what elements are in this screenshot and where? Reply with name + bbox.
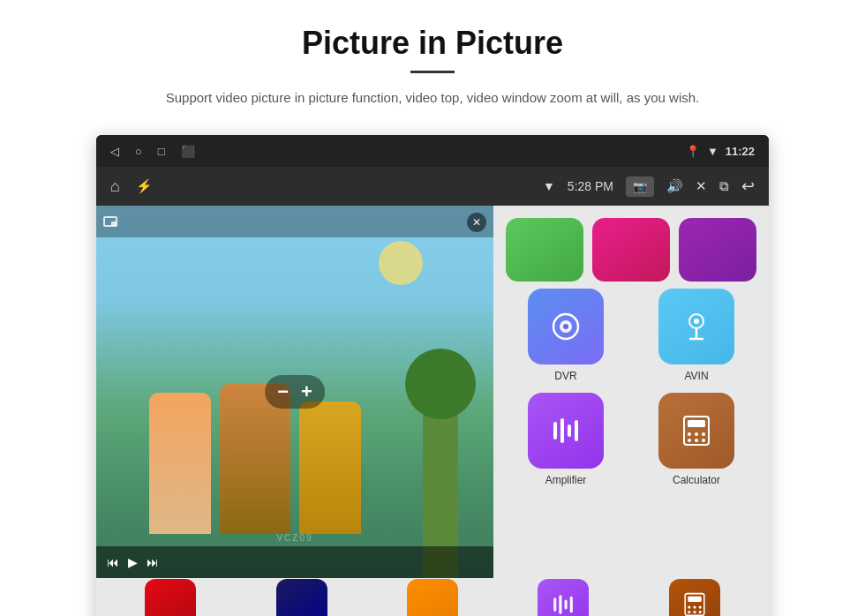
- svg-rect-7: [553, 422, 557, 439]
- rewind-btn[interactable]: ⏮: [107, 555, 119, 569]
- page-title: Picture in Picture: [35, 25, 830, 62]
- svg-rect-22: [570, 597, 573, 613]
- dvr-label: DVR: [554, 370, 576, 382]
- close-x-icon[interactable]: ✕: [696, 178, 707, 194]
- top-partial-apps: [506, 218, 756, 282]
- calculator-app[interactable]: Calculator: [636, 393, 756, 486]
- svg-rect-19: [554, 597, 557, 611]
- svg-point-13: [688, 432, 691, 436]
- status-bar-right: 📍 ▼ 11:22: [686, 145, 755, 158]
- calculator2-app-bottom[interactable]: Calculator: [646, 579, 743, 616]
- siriusxm-bottom-icon: [276, 579, 327, 616]
- app-partial-green[interactable]: [506, 218, 583, 282]
- calculator-label: Calculator: [673, 474, 720, 486]
- pip-controls-bar: [96, 206, 493, 237]
- playback-bar: ⏮ ▶ ⏭: [96, 546, 493, 578]
- wheelkey-bottom-icon: [407, 579, 458, 616]
- svg-point-29: [693, 611, 696, 613]
- calculator-icon: [658, 393, 734, 469]
- app-partial-pink[interactable]: [592, 218, 670, 282]
- status-bar: ◁ ○ □ ⬛ 📍 ▼ 11:22: [96, 135, 769, 167]
- svg-point-26: [693, 606, 696, 609]
- siriusxm-app-bottom[interactable]: SiriusXM: [253, 579, 350, 616]
- netflix-bottom-icon: [145, 579, 196, 616]
- svg-point-4: [694, 319, 699, 324]
- status-time: 11:22: [726, 145, 755, 158]
- recents-nav-icon[interactable]: □: [158, 145, 165, 158]
- svg-point-16: [688, 439, 691, 442]
- svg-rect-12: [688, 420, 705, 427]
- appbar-time: 5:28 PM: [568, 179, 613, 193]
- dvr-icon: [528, 289, 604, 364]
- app-grid: DVR AVIN: [493, 206, 769, 578]
- watermark: VCZ09: [276, 533, 312, 543]
- svg-point-25: [688, 606, 690, 609]
- svg-point-17: [695, 439, 698, 442]
- avin-label: AVIN: [684, 370, 708, 382]
- video-sun: [379, 241, 423, 285]
- wheelkey-app-bottom[interactable]: Wheelkey Study: [384, 579, 481, 616]
- pip-window-icon[interactable]: ⧉: [719, 178, 729, 194]
- netflix-app-bottom[interactable]: Netflix: [122, 579, 219, 616]
- home-nav-icon[interactable]: ○: [135, 145, 142, 158]
- screenshot-nav-icon[interactable]: ⬛: [181, 145, 195, 158]
- amplifier2-bottom-icon: [538, 579, 589, 616]
- person-1: [149, 393, 211, 534]
- back-nav-icon[interactable]: ◁: [110, 145, 119, 158]
- svg-point-15: [702, 432, 705, 436]
- dvr-app[interactable]: DVR: [506, 289, 626, 382]
- svg-point-2: [563, 324, 568, 329]
- app-bar-right: ▼ 5:28 PM 📷 🔊 ✕ ⧉ ↩: [543, 177, 755, 197]
- avin-icon: [658, 289, 734, 364]
- video-area[interactable]: − + ✕ ⏮ ▶ ⏭ VCZ09: [96, 206, 493, 578]
- amplifier-icon: [528, 393, 604, 469]
- svg-point-28: [688, 611, 690, 613]
- svg-point-18: [702, 439, 705, 442]
- volume-icon[interactable]: 🔊: [666, 178, 683, 194]
- svg-point-30: [698, 611, 701, 613]
- device-frame: ◁ ○ □ ⬛ 📍 ▼ 11:22 ⌂ ⚡ ▼ 5:28 PM 📷 🔊 ✕ ⧉ …: [96, 135, 769, 616]
- title-divider: [410, 71, 455, 73]
- pip-close-btn[interactable]: ✕: [467, 213, 486, 232]
- main-content: − + ✕ ⏮ ▶ ⏭ VCZ09: [96, 206, 769, 578]
- page-subtitle: Support video picture in picture functio…: [124, 87, 741, 109]
- appbar-back-icon[interactable]: ↩: [741, 177, 755, 196]
- video-foliage: [405, 349, 476, 419]
- pip-center-controls[interactable]: − +: [265, 375, 325, 409]
- usb-icon[interactable]: ⚡: [136, 178, 153, 194]
- page-header: Picture in Picture Support video picture…: [0, 0, 865, 123]
- pip-plus-btn[interactable]: +: [301, 380, 312, 403]
- pip-minus-btn[interactable]: −: [277, 380, 289, 403]
- bottom-apps-row: Netflix SiriusXM Wheelkey Study Amplifie…: [96, 578, 769, 616]
- svg-point-14: [695, 432, 698, 436]
- amplifier2-app-bottom[interactable]: Amplifier: [515, 579, 612, 616]
- signal-icon: ▼: [707, 145, 718, 158]
- calculator2-bottom-icon: [669, 579, 720, 616]
- status-bar-left: ◁ ○ □ ⬛: [110, 145, 195, 158]
- svg-rect-21: [565, 600, 568, 610]
- person-3: [299, 402, 361, 534]
- pip-small-icon: [103, 216, 117, 227]
- app-bar: ⌂ ⚡ ▼ 5:28 PM 📷 🔊 ✕ ⧉ ↩: [96, 167, 769, 206]
- amplifier-label: Amplifier: [545, 474, 587, 486]
- home-icon[interactable]: ⌂: [110, 177, 120, 196]
- svg-point-27: [698, 606, 701, 609]
- camera-icon[interactable]: 📷: [626, 177, 654, 197]
- svg-rect-20: [560, 595, 562, 614]
- app-bar-left: ⌂ ⚡: [110, 177, 153, 196]
- svg-rect-8: [560, 418, 564, 443]
- svg-rect-10: [575, 420, 578, 441]
- amplifier-app[interactable]: Amplifier: [506, 393, 626, 486]
- wifi-icon: ▼: [543, 179, 555, 193]
- svg-rect-9: [568, 424, 571, 437]
- forward-btn[interactable]: ⏭: [147, 555, 159, 569]
- svg-rect-24: [688, 597, 701, 602]
- play-btn[interactable]: ▶: [128, 555, 138, 569]
- avin-app[interactable]: AVIN: [636, 289, 756, 382]
- app-partial-purple[interactable]: [679, 218, 756, 282]
- location-icon: 📍: [686, 145, 700, 158]
